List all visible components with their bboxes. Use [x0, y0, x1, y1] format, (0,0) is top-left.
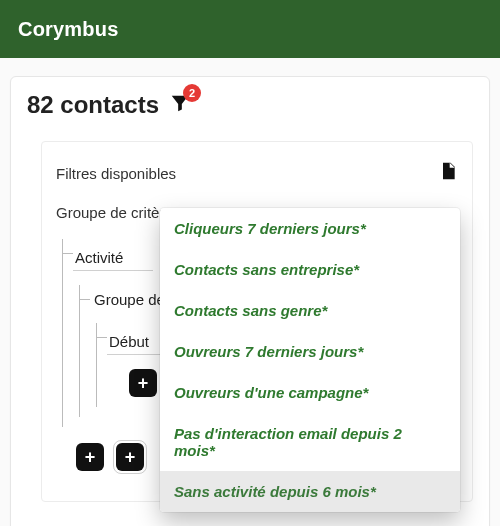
dropdown-item[interactable]: Contacts sans genre*: [160, 290, 460, 331]
dropdown-item[interactable]: Cliqueurs 7 derniers jours*: [160, 208, 460, 249]
add-group-button[interactable]: +: [116, 443, 144, 471]
inner-group-label: Groupe de: [94, 291, 165, 308]
add-condition-button[interactable]: +: [129, 369, 157, 397]
title-row: 82 contacts 2: [27, 91, 473, 119]
app-root: Corymbus 82 contacts 2 Filtres disponibl…: [0, 0, 500, 526]
activity-select[interactable]: Activité: [73, 245, 153, 271]
filter-count-badge: 2: [183, 84, 201, 102]
brand-label: Corymbus: [18, 18, 119, 41]
dropdown-item[interactable]: Ouvreurs 7 derniers jours*: [160, 331, 460, 372]
dropdown-item[interactable]: Ouvreurs d'une campagne*: [160, 372, 460, 413]
available-filters-row: Filtres disponibles: [56, 160, 458, 186]
dropdown-item[interactable]: Sans activité depuis 6 mois*: [160, 471, 460, 512]
available-filters-dropdown[interactable]: Cliqueurs 7 derniers jours*Contacts sans…: [160, 208, 460, 512]
add-criterion-button[interactable]: +: [76, 443, 104, 471]
start-field-value: Début: [109, 333, 149, 350]
available-filters-label: Filtres disponibles: [56, 165, 176, 182]
activity-select-value: Activité: [75, 249, 123, 266]
top-bar: Corymbus: [0, 0, 500, 58]
dropdown-item[interactable]: Contacts sans entreprise*: [160, 249, 460, 290]
dropdown-item[interactable]: Pas d'interaction email depuis 2 mois*: [160, 413, 460, 471]
import-file-button[interactable]: [438, 160, 458, 186]
filter-button[interactable]: 2: [169, 92, 191, 118]
page-title: 82 contacts: [27, 91, 159, 119]
